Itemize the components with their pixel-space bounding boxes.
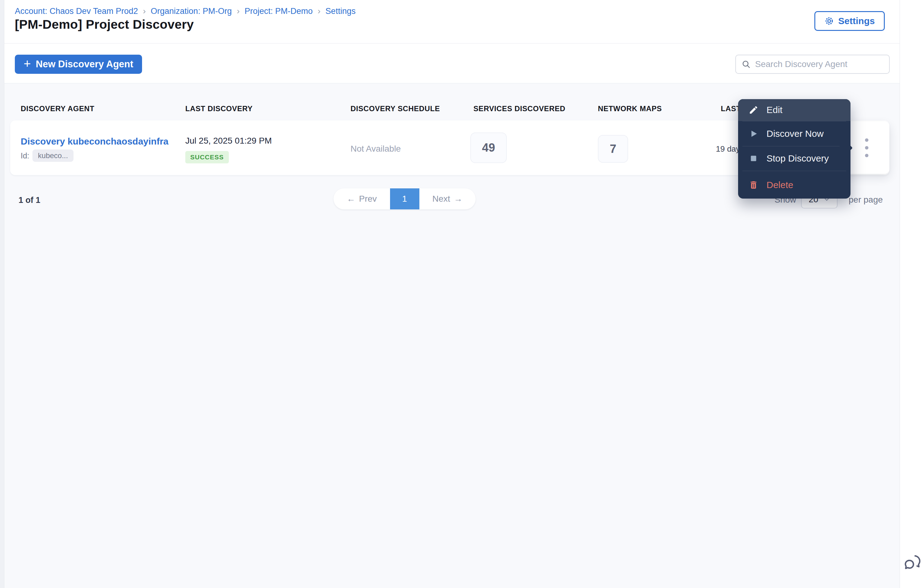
gear-icon — [824, 16, 834, 26]
menu-item-delete[interactable]: Delete — [738, 171, 850, 198]
agent-id: Id: kubeco... — [21, 149, 74, 162]
search-icon — [741, 59, 751, 69]
stop-icon — [749, 154, 759, 164]
prev-label: Prev — [359, 194, 377, 204]
menu-item-edit[interactable]: Edit — [738, 99, 850, 121]
new-discovery-agent-label: New Discovery Agent — [36, 59, 134, 70]
project-discovery-page: Account: Chaos Dev Team Prod2 › Organiza… — [0, 0, 924, 588]
prev-page-button[interactable]: ← Prev — [333, 188, 390, 210]
arrow-right-icon: → — [454, 194, 463, 204]
discovery-agent-link[interactable]: Discovery kubeconchaosdayinfra — [21, 136, 168, 147]
services-discovered-count[interactable]: 49 — [470, 132, 507, 163]
breadcrumb: Account: Chaos Dev Team Prod2 › Organiza… — [15, 6, 355, 16]
status-badge: SUCCESS — [185, 151, 229, 164]
plus-icon: + — [23, 58, 31, 70]
last-seen-value: 19 day — [716, 144, 740, 154]
menu-item-edit-label: Edit — [767, 105, 782, 115]
menu-item-delete-label: Delete — [767, 180, 794, 190]
per-page-label: per page — [849, 195, 883, 205]
discovery-schedule-value: Not Available — [350, 144, 401, 154]
pagination-summary: 1 of 1 — [18, 195, 40, 205]
breadcrumb-separator: › — [143, 6, 146, 16]
row-actions-menu: Edit Discover Now Stop Discovery Delete — [738, 99, 850, 198]
menu-item-discover-now[interactable]: Discover Now — [738, 121, 850, 146]
agent-id-label: Id: — [21, 151, 29, 160]
network-maps-count[interactable]: 7 — [598, 135, 628, 163]
right-edge-strip — [899, 0, 924, 588]
breadcrumb-account-link[interactable]: Account: Chaos Dev Team Prod2 — [15, 7, 138, 16]
breadcrumb-separator: › — [237, 6, 240, 16]
breadcrumb-separator: › — [318, 6, 320, 16]
breadcrumb-settings-link[interactable]: Settings — [325, 7, 356, 16]
search-box — [735, 55, 890, 74]
new-discovery-agent-button[interactable]: + New Discovery Agent — [15, 55, 142, 74]
search-input[interactable] — [755, 59, 884, 69]
settings-button[interactable]: Settings — [814, 11, 885, 31]
left-edge-strip — [0, 0, 4, 588]
column-header-services-discovered: SERVICES DISCOVERED — [474, 104, 566, 113]
trash-icon — [749, 180, 759, 190]
column-header-discovery-agent: DISCOVERY AGENT — [21, 104, 94, 113]
column-header-discovery-schedule: DISCOVERY SCHEDULE — [350, 104, 440, 113]
breadcrumb-project-link[interactable]: Project: PM-Demo — [244, 7, 313, 16]
next-label: Next — [432, 194, 450, 204]
current-page-button[interactable]: 1 — [390, 188, 419, 210]
settings-button-label: Settings — [838, 16, 874, 26]
chat-bubbles-icon[interactable] — [903, 553, 922, 572]
last-discovery-date: Jul 25, 2025 01:29 PM — [185, 136, 272, 146]
pagination: ← Prev 1 Next → — [333, 188, 475, 210]
agent-id-value-chip[interactable]: kubeco... — [33, 149, 74, 162]
play-icon — [749, 129, 759, 139]
menu-item-stop-discovery-label: Stop Discovery — [767, 153, 829, 164]
page-title: [PM-Demo] Project Discovery — [15, 17, 194, 32]
pencil-icon — [749, 105, 759, 115]
kebab-menu-icon — [865, 138, 868, 157]
next-page-button[interactable]: Next → — [419, 188, 476, 210]
breadcrumb-organization-link[interactable]: Organization: PM-Org — [151, 7, 232, 16]
arrow-left-icon: ← — [346, 194, 355, 204]
menu-item-stop-discovery[interactable]: Stop Discovery — [738, 146, 850, 171]
column-header-network-maps: NETWORK MAPS — [598, 104, 662, 113]
column-header-last-discovery: LAST DISCOVERY — [185, 104, 252, 113]
menu-item-discover-now-label: Discover Now — [767, 129, 823, 139]
